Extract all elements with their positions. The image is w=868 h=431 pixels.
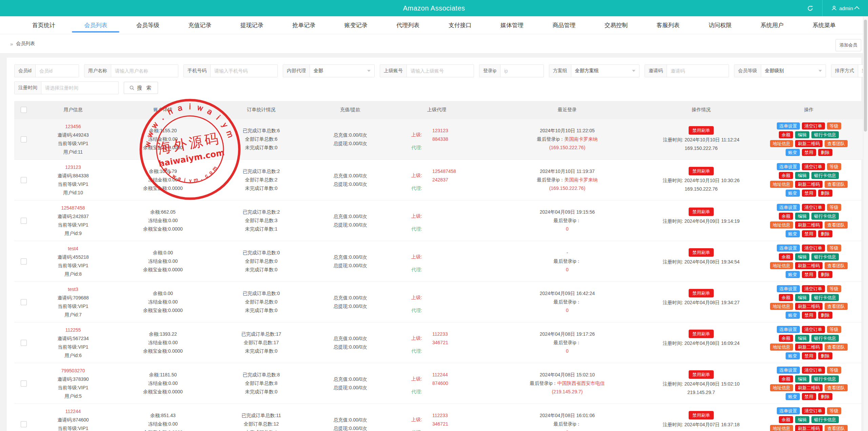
action-clear-orders[interactable]: 清空订单 — [802, 244, 825, 252]
action-account-change[interactable]: 账变 — [786, 312, 800, 319]
action-disable[interactable]: 禁用 — [802, 393, 816, 400]
username[interactable]: 112255 — [35, 326, 112, 334]
username[interactable]: 125487458 — [35, 204, 112, 212]
action-refresh-qrcode[interactable]: 刷新二维码 — [795, 344, 823, 351]
action-level[interactable]: 等级 — [827, 285, 841, 292]
row-checkbox[interactable] — [21, 340, 27, 346]
parent-account-2[interactable]: 884338 — [432, 135, 448, 143]
username[interactable]: 123456 — [35, 122, 112, 131]
action-level[interactable]: 等级 — [827, 163, 841, 170]
action-delete[interactable]: 删除 — [818, 271, 832, 278]
action-disable[interactable]: 禁用 — [802, 149, 816, 156]
action-view-team[interactable]: 查看团队 — [825, 262, 848, 269]
action-balance[interactable]: 余额 — [779, 253, 793, 260]
parent-account-2[interactable]: 874600 — [432, 379, 448, 388]
parent-account-1[interactable]: 112233 — [432, 330, 448, 338]
action-level[interactable]: 等级 — [827, 122, 841, 130]
action-disable[interactable]: 禁用 — [802, 271, 816, 278]
action-account-change[interactable]: 账变 — [786, 271, 800, 278]
username[interactable]: test4 — [35, 244, 112, 253]
action-balance[interactable]: 余额 — [779, 213, 793, 220]
action-bank-info[interactable]: 银行卡信息 — [811, 253, 839, 260]
action-edit[interactable]: 编辑 — [795, 375, 809, 383]
action-balance[interactable]: 余额 — [779, 131, 793, 138]
nav-item[interactable]: 客服列表 — [643, 16, 693, 34]
nav-item[interactable]: 提现记录 — [227, 16, 277, 34]
action-level[interactable]: 等级 — [827, 367, 841, 374]
action-edit[interactable]: 编辑 — [795, 213, 809, 220]
filter-input[interactable] — [407, 65, 474, 77]
filter-select[interactable]: 全部级别 — [761, 65, 826, 77]
filter-select[interactable]: 全部 — [310, 65, 374, 77]
action-chain-settings[interactable]: 连单设置 — [777, 367, 800, 374]
row-checkbox[interactable] — [21, 136, 27, 142]
search-button[interactable]: 搜 索 — [124, 82, 158, 94]
nav-item[interactable]: 账变记录 — [331, 16, 381, 34]
action-view-team[interactable]: 查看团队 — [825, 384, 848, 391]
action-clear-orders[interactable]: 清空订单 — [802, 122, 825, 130]
action-clear-orders[interactable]: 清空订单 — [802, 163, 825, 170]
action-delete[interactable]: 删除 — [818, 352, 832, 359]
action-refresh-qrcode[interactable]: 刷新二维码 — [795, 140, 823, 147]
username[interactable]: 799503270 — [35, 367, 112, 375]
nav-item[interactable]: 会员列表 — [71, 16, 121, 34]
filter-input[interactable] — [211, 65, 277, 77]
action-view-team[interactable]: 查看团队 — [825, 425, 848, 431]
row-checkbox[interactable] — [21, 380, 27, 387]
nav-item[interactable]: 商品管理 — [539, 16, 589, 34]
nav-item[interactable]: 交易控制 — [591, 16, 641, 34]
action-disable[interactable]: 禁用 — [802, 352, 816, 359]
action-view-team[interactable]: 查看团队 — [825, 140, 848, 147]
action-balance[interactable]: 余额 — [779, 375, 793, 383]
action-chain-settings[interactable]: 连单设置 — [777, 326, 800, 333]
action-address-info[interactable]: 地址信息 — [770, 181, 793, 188]
action-bank-info[interactable]: 银行卡信息 — [811, 416, 839, 423]
action-address-info[interactable]: 地址信息 — [770, 262, 793, 269]
parent-account-1[interactable]: 125487458 — [432, 167, 456, 176]
action-balance[interactable]: 余额 — [779, 294, 793, 301]
action-level[interactable]: 等级 — [827, 204, 841, 211]
nav-item[interactable]: 首页统计 — [19, 16, 69, 34]
action-clear-orders[interactable]: 清空订单 — [802, 204, 825, 211]
action-edit[interactable]: 编辑 — [795, 294, 809, 301]
parent-account-1[interactable]: 112244 — [432, 371, 448, 379]
action-refresh-qrcode[interactable]: 刷新二维码 — [795, 262, 823, 269]
action-balance[interactable]: 余额 — [779, 335, 793, 342]
nav-item[interactable]: 代理列表 — [383, 16, 433, 34]
nav-item[interactable]: 抢单记录 — [279, 16, 329, 34]
action-address-info[interactable]: 地址信息 — [770, 303, 793, 310]
action-balance[interactable]: 余额 — [779, 416, 793, 423]
action-clear-orders[interactable]: 清空订单 — [802, 367, 825, 374]
row-checkbox[interactable] — [21, 421, 27, 427]
nav-item[interactable]: 媒体管理 — [487, 16, 537, 34]
action-disable[interactable]: 禁用 — [802, 312, 816, 319]
action-bank-info[interactable]: 银行卡信息 — [811, 375, 839, 383]
nav-item[interactable]: 系统用户 — [747, 16, 797, 34]
action-view-team[interactable]: 查看团队 — [825, 181, 848, 188]
action-bank-info[interactable]: 银行卡信息 — [811, 131, 839, 138]
action-level[interactable]: 等级 — [827, 326, 841, 333]
action-delete[interactable]: 删除 — [818, 230, 832, 237]
action-address-info[interactable]: 地址信息 — [770, 384, 793, 391]
action-chain-settings[interactable]: 连单设置 — [777, 204, 800, 211]
filter-input[interactable] — [500, 65, 544, 77]
row-checkbox[interactable] — [21, 218, 27, 224]
parent-account-2[interactable]: 346721 — [432, 420, 448, 428]
action-level[interactable]: 等级 — [827, 244, 841, 252]
row-checkbox[interactable] — [21, 177, 27, 183]
parent-account-2[interactable]: 242837 — [432, 176, 456, 184]
action-chain-settings[interactable]: 连单设置 — [777, 163, 800, 170]
register-time-input[interactable] — [41, 82, 118, 94]
action-delete[interactable]: 删除 — [818, 312, 832, 319]
user-menu[interactable]: admin — [822, 0, 868, 16]
action-chain-settings[interactable]: 连单设置 — [777, 244, 800, 252]
row-checkbox[interactable] — [21, 299, 27, 305]
action-bank-info[interactable]: 银行卡信息 — [811, 213, 839, 220]
parent-account-1[interactable]: 123123 — [432, 126, 448, 135]
action-edit[interactable]: 编辑 — [795, 172, 809, 179]
action-clear-orders[interactable]: 清空订单 — [802, 407, 825, 414]
action-clear-orders[interactable]: 清空订单 — [802, 326, 825, 333]
action-refresh-qrcode[interactable]: 刷新二维码 — [795, 384, 823, 391]
action-view-team[interactable]: 查看团队 — [825, 221, 848, 229]
nav-item[interactable]: 访问权限 — [695, 16, 745, 34]
